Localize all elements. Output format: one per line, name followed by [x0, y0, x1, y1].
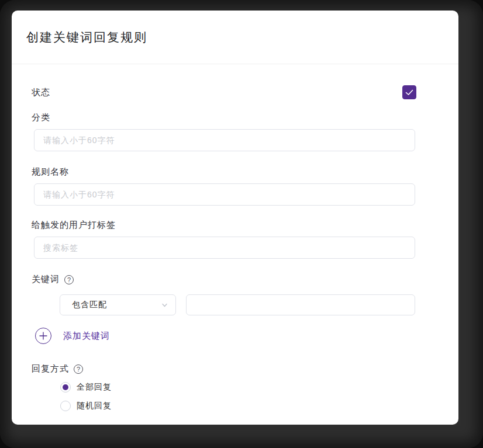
reply-method-field-row: 回复方式	[32, 363, 458, 374]
rule-name-label: 规则名称	[32, 166, 458, 178]
status-field-row: 状态	[32, 85, 416, 99]
tag-search-input[interactable]	[34, 237, 415, 259]
dialog-header: 创建关键词回复规则	[12, 11, 458, 64]
match-type-select[interactable]: 包含匹配	[60, 294, 176, 315]
reply-option-all[interactable]: 全部回复	[60, 382, 112, 393]
status-checkbox[interactable]	[402, 85, 416, 99]
page-title: 创建关键词回复规则	[26, 29, 147, 46]
rule-name-input[interactable]	[34, 183, 415, 206]
plus-circle-icon	[35, 328, 51, 344]
add-keyword-button[interactable]: 添加关键词	[35, 328, 110, 344]
category-label: 分类	[32, 112, 458, 123]
reply-option-label: 随机回复	[77, 401, 112, 411]
keyword-help-icon[interactable]	[64, 275, 74, 284]
reply-option-label: 全部回复	[77, 382, 112, 393]
status-label: 状态	[32, 87, 50, 98]
reply-option-radio[interactable]	[60, 382, 71, 393]
match-type-value: 包含匹配	[72, 300, 107, 310]
chevron-down-icon	[161, 301, 168, 309]
reply-method-help-icon[interactable]	[74, 364, 83, 374]
keyword-field-row: 关键词	[32, 274, 458, 285]
reply-method-label: 回复方式	[32, 363, 69, 374]
add-keyword-label: 添加关键词	[63, 331, 110, 342]
reply-option-random[interactable]: 随机回复	[60, 401, 112, 411]
reply-option-radio[interactable]	[60, 401, 71, 411]
keyword-label: 关键词	[32, 274, 60, 285]
keyword-value-input[interactable]	[186, 294, 415, 315]
keyword-input-row: 包含匹配	[60, 294, 458, 315]
create-keyword-rule-dialog: 创建关键词回复规则 状态 分类 规则名称 给触发的用户打标签 关键词 包含匹配	[12, 11, 458, 425]
tag-user-label: 给触发的用户打标签	[32, 220, 458, 231]
category-input[interactable]	[34, 129, 415, 151]
check-icon	[405, 89, 413, 96]
